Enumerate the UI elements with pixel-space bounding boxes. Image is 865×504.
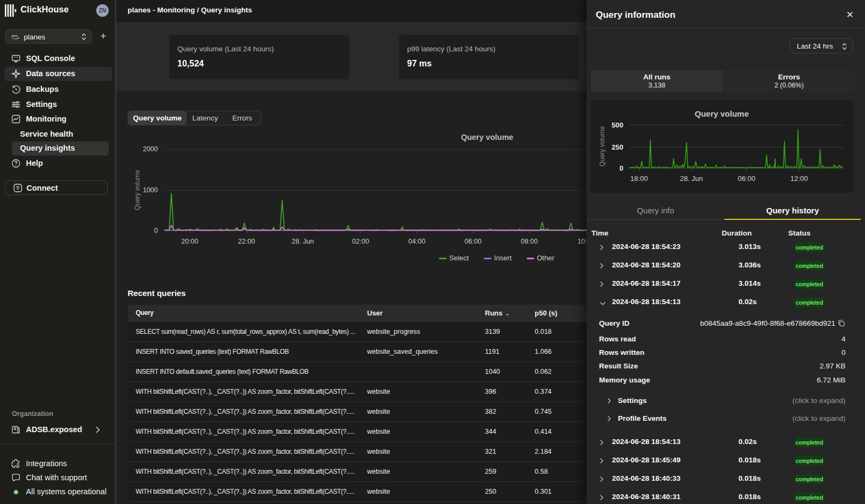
svg-text:aws: aws: [11, 33, 18, 37]
